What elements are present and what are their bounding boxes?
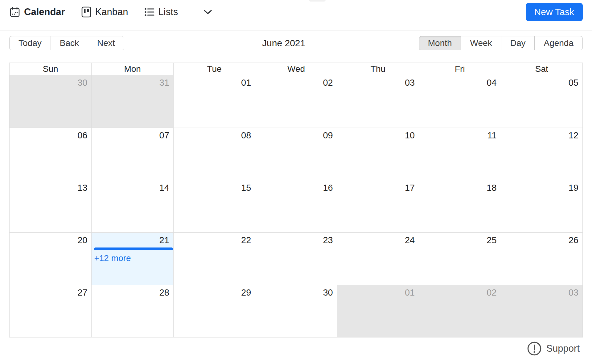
week-row: 13 14 15 16 17 18 19 xyxy=(10,180,582,232)
today-button[interactable]: Today xyxy=(9,36,51,50)
day-cell[interactable]: 13 xyxy=(10,180,91,232)
day-cell[interactable]: 08 xyxy=(173,128,255,180)
date-label[interactable]: 03 xyxy=(501,285,582,298)
day-cell[interactable]: 16 xyxy=(255,180,337,232)
date-label[interactable]: 25 xyxy=(419,233,500,245)
date-label[interactable]: 24 xyxy=(337,233,419,245)
calendar-title: June 2021 xyxy=(137,38,431,48)
day-cell[interactable]: 29 xyxy=(173,285,255,337)
date-label[interactable]: 05 xyxy=(501,75,582,88)
date-label[interactable]: 27 xyxy=(10,285,91,298)
day-cell[interactable]: 26 xyxy=(501,233,582,285)
day-cell[interactable]: 31 xyxy=(91,75,173,128)
day-cell[interactable]: 19 xyxy=(501,180,582,232)
day-cell[interactable]: 10 xyxy=(337,128,419,180)
date-label[interactable]: 21 xyxy=(92,233,173,245)
weekday-header-sun: Sun xyxy=(10,63,91,75)
nav-tab-kanban[interactable]: Kanban xyxy=(81,6,128,18)
event-bar[interactable] xyxy=(94,247,173,250)
day-cell[interactable]: 01 xyxy=(337,285,419,337)
month-grid: Sun Mon Tue Wed Thu Fri Sat 30 31 01 02 … xyxy=(9,63,583,337)
day-cell[interactable]: 24 xyxy=(337,233,419,285)
date-label[interactable]: 18 xyxy=(419,180,500,193)
day-cell[interactable]: 02 xyxy=(255,75,337,128)
day-cell[interactable]: 20 xyxy=(10,233,91,285)
view-agenda-button[interactable]: Agenda xyxy=(534,36,583,50)
date-label[interactable]: 07 xyxy=(92,128,173,141)
day-cell[interactable]: 03 xyxy=(501,285,582,337)
day-cell[interactable]: 14 xyxy=(91,180,173,232)
weekday-header-sat: Sat xyxy=(501,63,582,75)
day-cell[interactable]: 04 xyxy=(419,75,500,128)
day-cell[interactable]: 09 xyxy=(255,128,337,180)
weekday-header-fri: Fri xyxy=(419,63,500,75)
day-cell[interactable]: 03 xyxy=(337,75,419,128)
date-label[interactable]: 12 xyxy=(501,128,582,141)
nav-tab-kanban-label: Kanban xyxy=(95,6,128,18)
day-cell-today[interactable]: 21 +12 more xyxy=(91,233,173,285)
date-label[interactable]: 15 xyxy=(174,180,255,193)
view-day-button[interactable]: Day xyxy=(501,36,535,50)
date-label[interactable]: 29 xyxy=(174,285,255,298)
date-label[interactable]: 02 xyxy=(419,285,500,298)
date-label[interactable]: 16 xyxy=(255,180,337,193)
date-label[interactable]: 26 xyxy=(501,233,582,245)
day-cell[interactable]: 05 xyxy=(501,75,582,128)
date-label[interactable]: 30 xyxy=(10,75,91,88)
day-cell[interactable]: 11 xyxy=(419,128,500,180)
date-label[interactable]: 22 xyxy=(174,233,255,245)
date-label[interactable]: 09 xyxy=(255,128,337,141)
date-label[interactable]: 11 xyxy=(419,128,500,141)
date-label[interactable]: 30 xyxy=(255,285,337,298)
date-label[interactable]: 28 xyxy=(92,285,173,298)
nav-more-dropdown[interactable] xyxy=(203,9,212,15)
nav-tab-calendar[interactable]: Calendar xyxy=(9,6,65,18)
calendar-icon xyxy=(9,6,20,18)
week-row: 30 31 01 02 03 04 05 xyxy=(10,75,582,128)
date-label[interactable]: 17 xyxy=(337,180,419,193)
date-label[interactable]: 08 xyxy=(174,128,255,141)
support-alert-icon xyxy=(527,341,542,356)
nav-button-group: Today Back Next xyxy=(9,36,124,50)
date-label[interactable]: 03 xyxy=(337,75,419,88)
date-label[interactable]: 31 xyxy=(92,75,173,88)
date-label[interactable]: 04 xyxy=(419,75,500,88)
nav-tab-calendar-label: Calendar xyxy=(24,6,65,18)
weekday-header-row: Sun Mon Tue Wed Thu Fri Sat xyxy=(10,63,582,75)
day-cell[interactable]: 02 xyxy=(419,285,500,337)
day-cell[interactable]: 30 xyxy=(10,75,91,128)
day-cell[interactable]: 12 xyxy=(501,128,582,180)
nav-tab-lists[interactable]: Lists xyxy=(144,6,178,18)
view-button-group: Month Week Day Agenda xyxy=(419,36,583,50)
day-cell[interactable]: 17 xyxy=(337,180,419,232)
date-label[interactable]: 06 xyxy=(10,128,91,141)
day-cell[interactable]: 18 xyxy=(419,180,500,232)
support-link[interactable]: Support xyxy=(546,343,580,354)
day-cell[interactable]: 23 xyxy=(255,233,337,285)
next-button[interactable]: Next xyxy=(88,36,124,50)
day-cell[interactable]: 28 xyxy=(91,285,173,337)
day-cell[interactable]: 07 xyxy=(91,128,173,180)
date-label[interactable]: 01 xyxy=(174,75,255,88)
day-cell[interactable]: 22 xyxy=(173,233,255,285)
view-month-button[interactable]: Month xyxy=(419,36,461,50)
day-cell[interactable]: 27 xyxy=(10,285,91,337)
date-label[interactable]: 02 xyxy=(255,75,337,88)
date-label[interactable]: 19 xyxy=(501,180,582,193)
date-label[interactable]: 10 xyxy=(337,128,419,141)
date-label[interactable]: 01 xyxy=(337,285,419,298)
day-cell[interactable]: 15 xyxy=(173,180,255,232)
new-task-button[interactable]: New Task xyxy=(526,3,583,21)
date-label[interactable]: 14 xyxy=(92,180,173,193)
date-label[interactable]: 20 xyxy=(10,233,91,245)
kanban-icon xyxy=(81,6,92,18)
day-cell[interactable]: 25 xyxy=(419,233,500,285)
back-button[interactable]: Back xyxy=(51,36,88,50)
view-week-button[interactable]: Week xyxy=(461,36,501,50)
day-cell[interactable]: 06 xyxy=(10,128,91,180)
date-label[interactable]: 13 xyxy=(10,180,91,193)
day-cell[interactable]: 30 xyxy=(255,285,337,337)
show-more-link[interactable]: +12 more xyxy=(94,253,131,263)
day-cell[interactable]: 01 xyxy=(173,75,255,128)
date-label[interactable]: 23 xyxy=(255,233,337,245)
